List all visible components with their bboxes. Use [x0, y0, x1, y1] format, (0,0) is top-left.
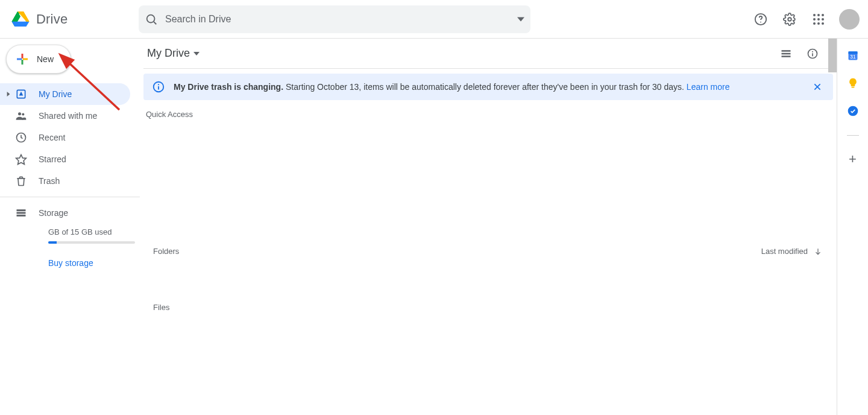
- google-apps-button[interactable]: [807, 7, 831, 31]
- search-input[interactable]: [165, 14, 510, 25]
- svg-rect-25: [782, 50, 791, 52]
- plus-icon: +: [849, 151, 857, 166]
- brand[interactable]: Drive: [8, 7, 139, 31]
- tasks-addon-button[interactable]: [847, 105, 859, 117]
- banner-learn-more-link[interactable]: Learn more: [687, 82, 730, 92]
- svg-point-18: [22, 113, 24, 116]
- view-layout-button[interactable]: [775, 43, 797, 65]
- svg-point-9: [788, 17, 791, 21]
- settings-button[interactable]: [778, 7, 802, 31]
- search-icon[interactable]: [145, 13, 158, 26]
- sidebar-item-label: Shared with me: [39, 111, 97, 121]
- sort-label: Last modified: [761, 247, 808, 256]
- files-header: Files: [143, 300, 837, 314]
- svg-point-30: [812, 51, 813, 52]
- buy-storage-link[interactable]: Buy storage: [14, 258, 93, 268]
- storage-icon: [14, 207, 28, 219]
- star-icon: [14, 153, 28, 165]
- svg-rect-10: [22, 54, 24, 59]
- svg-rect-23: [17, 215, 26, 217]
- svg-rect-26: [782, 52, 791, 54]
- storage-label: Storage: [39, 208, 68, 218]
- divider: [0, 197, 140, 197]
- banner-body: Starting October 13, items will be autom…: [286, 82, 684, 92]
- keep-addon-button[interactable]: [847, 77, 859, 89]
- support-button[interactable]: [749, 7, 773, 31]
- trash-change-banner: My Drive trash is changing. Starting Oct…: [143, 74, 833, 100]
- calendar-addon-button[interactable]: 31: [847, 49, 859, 62]
- sidebar-item-trash[interactable]: Trash: [0, 170, 130, 192]
- apps-grid-icon: [813, 14, 824, 25]
- svg-rect-12: [17, 59, 22, 60]
- panel-divider: [847, 135, 859, 136]
- shared-icon: [14, 110, 28, 122]
- files-label: Files: [153, 303, 169, 312]
- tasks-icon: [847, 105, 859, 117]
- calendar-icon: 31: [847, 49, 859, 62]
- topbar: Drive: [0, 0, 868, 39]
- folders-label: Folders: [153, 247, 179, 256]
- chevron-down-icon: [193, 52, 200, 55]
- svg-rect-11: [22, 60, 24, 65]
- svg-point-4: [147, 14, 155, 22]
- list-view-icon: [780, 48, 792, 60]
- svg-marker-6: [517, 17, 524, 21]
- keep-icon: [847, 77, 859, 89]
- svg-marker-14: [7, 92, 10, 97]
- sidebar-item-starred[interactable]: Starred: [0, 148, 130, 170]
- mydrive-icon: [14, 88, 28, 100]
- quick-access-label: Quick Access: [143, 105, 837, 124]
- breadcrumb-mydrive[interactable]: My Drive: [143, 45, 203, 62]
- svg-rect-27: [782, 55, 791, 57]
- svg-point-33: [158, 84, 159, 85]
- storage-bar: [48, 241, 135, 244]
- info-icon: [152, 80, 165, 93]
- sidebar-item-label: My Drive: [39, 89, 72, 99]
- new-button[interactable]: New: [6, 45, 71, 74]
- sidebar-storage: Storage GB of 15 GB used Buy storage: [0, 202, 140, 268]
- details-button[interactable]: [802, 43, 823, 65]
- main-content: My Drive: [140, 39, 837, 415]
- chevron-right-icon[interactable]: [6, 92, 11, 97]
- account-avatar[interactable]: [839, 9, 860, 30]
- top-icons: [749, 7, 863, 31]
- svg-point-41: [848, 106, 858, 116]
- arrow-down-icon: [814, 247, 822, 256]
- scrollbar[interactable]: [828, 39, 837, 72]
- folders-header: Folders Last modified: [143, 244, 837, 258]
- search-options-dropdown-icon[interactable]: [517, 16, 524, 23]
- sidebar-item-recent[interactable]: Recent: [0, 127, 130, 148]
- svg-marker-20: [16, 155, 27, 165]
- gear-icon: [783, 13, 796, 26]
- drive-logo-icon: [8, 7, 33, 31]
- sidebar-item-shared[interactable]: Shared with me: [0, 105, 130, 127]
- main-header: My Drive: [143, 39, 834, 69]
- clock-icon: [14, 131, 28, 144]
- get-addons-button[interactable]: +: [847, 151, 859, 167]
- sidebar-item-label: Recent: [39, 133, 65, 142]
- sidebar: New My Drive: [0, 39, 140, 415]
- svg-line-5: [154, 22, 156, 24]
- brand-name: Drive: [36, 11, 68, 27]
- help-icon: [754, 13, 767, 26]
- svg-rect-21: [17, 209, 26, 211]
- sort-control[interactable]: Last modified: [761, 247, 822, 256]
- banner-close-button[interactable]: [810, 80, 825, 94]
- banner-text: My Drive trash is changing. Starting Oct…: [174, 82, 729, 92]
- trash-icon: [14, 175, 28, 187]
- svg-rect-13: [23, 59, 28, 60]
- sidebar-item-mydrive[interactable]: My Drive: [0, 83, 130, 105]
- svg-marker-24: [193, 52, 200, 55]
- svg-point-17: [18, 112, 21, 115]
- storage-text: GB of 15 GB used: [14, 227, 140, 236]
- search-box[interactable]: [139, 5, 530, 33]
- banner-bold: My Drive trash is changing.: [174, 82, 283, 92]
- sidebar-item-storage[interactable]: Storage: [14, 202, 140, 224]
- sidebar-item-label: Trash: [39, 176, 60, 186]
- breadcrumb-label: My Drive: [147, 47, 190, 60]
- close-icon: [813, 82, 822, 92]
- svg-rect-40: [851, 87, 854, 88]
- svg-marker-16: [19, 92, 24, 96]
- info-icon: [807, 48, 819, 60]
- svg-marker-2: [12, 21, 30, 26]
